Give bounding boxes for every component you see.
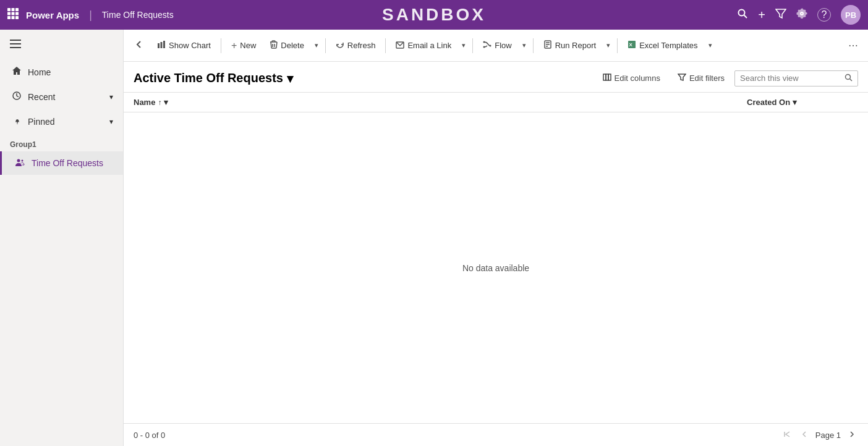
edit-filters-label: Edit filters [689, 74, 725, 83]
next-page-button[interactable] [846, 429, 858, 441]
name-col-label: Name [134, 98, 155, 107]
search-box[interactable] [734, 70, 858, 86]
new-label: New [240, 41, 256, 50]
table-body: No data available [124, 112, 868, 423]
sidebar-item-pinned[interactable]: Pinned ▾ [0, 109, 123, 134]
first-page-button[interactable] [781, 429, 793, 441]
sidebar-home-label: Home [28, 67, 113, 77]
toolbar: Show Chart + New Delete ▾ [124, 30, 868, 62]
created-col-label: Created On [747, 98, 790, 107]
home-icon [12, 66, 22, 78]
svg-rect-6 [7, 16, 11, 19]
delete-label: Delete [281, 41, 304, 50]
show-chart-button[interactable]: Show Chart [151, 36, 217, 54]
svg-line-10 [744, 15, 747, 19]
svg-rect-0 [7, 8, 11, 11]
sidebar-recent-label: Recent [28, 92, 103, 102]
sidebar-entity-label: Time Off Requests [32, 158, 113, 168]
run-report-dropdown[interactable]: ▾ [603, 38, 613, 53]
flow-dropdown[interactable]: ▾ [519, 38, 529, 53]
excel-dropdown[interactable]: ▾ [705, 38, 715, 53]
sidebar-item-home[interactable]: Home [0, 60, 123, 85]
chart-icon [157, 40, 166, 51]
email-link-button[interactable]: Email a Link [389, 37, 457, 54]
excel-templates-button[interactable]: X Excel Templates [621, 36, 704, 54]
new-button[interactable]: + New [225, 36, 262, 55]
run-report-button[interactable]: Run Report [537, 36, 602, 54]
svg-rect-7 [12, 16, 15, 19]
delete-button[interactable]: Delete [263, 36, 310, 54]
nav-left: Power Apps | Time Off Requests [7, 8, 174, 22]
empty-message: No data available [462, 263, 529, 273]
add-nav-icon[interactable]: + [758, 8, 765, 22]
svg-rect-5 [15, 12, 19, 15]
edit-filters-icon [678, 73, 686, 83]
main-content: Show Chart + New Delete ▾ [124, 30, 868, 446]
svg-point-24 [483, 46, 485, 48]
view-title-text: Active Time Off Requests [134, 71, 283, 85]
user-avatar[interactable]: PB [841, 5, 861, 25]
sidebar-toggle[interactable] [0, 30, 123, 60]
excel-templates-label: Excel Templates [639, 41, 697, 50]
sidebar: Home Recent ▾ Pinned ▾ Group1 [0, 30, 124, 446]
flow-button[interactable]: Flow [477, 36, 517, 54]
email-dropdown[interactable]: ▾ [459, 38, 469, 53]
refresh-button[interactable]: Refresh [330, 36, 382, 54]
toolbar-divider-3 [385, 38, 386, 53]
edit-filters-button[interactable]: Edit filters [670, 69, 732, 87]
view-title[interactable]: Active Time Off Requests ▾ [134, 71, 293, 86]
svg-point-16 [17, 159, 20, 162]
svg-marker-11 [776, 9, 786, 18]
app-body: Home Recent ▾ Pinned ▾ Group1 [0, 30, 868, 446]
email-icon [396, 41, 404, 51]
excel-icon: X [628, 40, 636, 51]
svg-rect-1 [12, 8, 15, 11]
delete-dropdown[interactable]: ▾ [312, 38, 321, 53]
toolbar-divider-5 [533, 38, 534, 53]
sidebar-item-time-off[interactable]: Time Off Requests [0, 151, 123, 175]
svg-rect-33 [608, 74, 611, 80]
edit-columns-label: Edit columns [615, 74, 660, 83]
sidebar-item-recent[interactable]: Recent ▾ [0, 85, 123, 109]
name-sort-chevron-icon: ▾ [164, 98, 168, 107]
view-header: Active Time Off Requests ▾ Edit columns [124, 62, 868, 93]
toolbar-divider-4 [472, 38, 473, 53]
footer: 0 - 0 of 0 Page 1 [124, 423, 868, 446]
svg-point-9 [739, 10, 745, 16]
svg-rect-20 [163, 41, 165, 48]
created-on-column-header[interactable]: Created On ▾ [747, 98, 858, 107]
search-box-icon [845, 74, 853, 83]
svg-rect-12 [10, 40, 21, 41]
app-name-label[interactable]: Power Apps [26, 10, 79, 20]
svg-rect-13 [10, 43, 21, 44]
svg-rect-8 [15, 16, 19, 19]
delete-icon [270, 40, 278, 51]
new-icon: + [231, 40, 237, 51]
more-options-button[interactable]: ⋯ [843, 36, 863, 55]
search-input[interactable] [740, 74, 841, 83]
top-nav-bar: Power Apps | Time Off Requests SANDBOX +… [0, 0, 868, 30]
svg-rect-18 [158, 43, 160, 48]
svg-rect-2 [15, 8, 19, 11]
svg-marker-34 [678, 74, 686, 80]
flow-label: Flow [495, 41, 511, 50]
pinned-icon [12, 116, 22, 128]
name-column-header[interactable]: Name ↑ ▾ [134, 98, 747, 107]
waffle-icon[interactable] [7, 8, 19, 22]
email-link-label: Email a Link [407, 41, 451, 50]
settings-nav-icon[interactable] [796, 8, 807, 22]
table-header: Name ↑ ▾ Created On ▾ [124, 93, 868, 112]
filter-nav-icon[interactable] [775, 8, 786, 22]
sandbox-label: SANDBOX [382, 5, 486, 25]
svg-point-22 [483, 41, 485, 43]
help-nav-icon[interactable]: ? [817, 8, 831, 22]
prev-page-button[interactable] [798, 429, 811, 441]
nav-page-title: Time Off Requests [102, 10, 174, 20]
edit-columns-button[interactable]: Edit columns [595, 69, 668, 87]
back-button[interactable] [129, 36, 150, 55]
toolbar-divider-6 [617, 38, 618, 53]
svg-point-17 [22, 160, 23, 162]
page-label: Page 1 [815, 431, 841, 440]
svg-rect-14 [10, 47, 21, 48]
search-nav-icon[interactable] [737, 8, 748, 22]
